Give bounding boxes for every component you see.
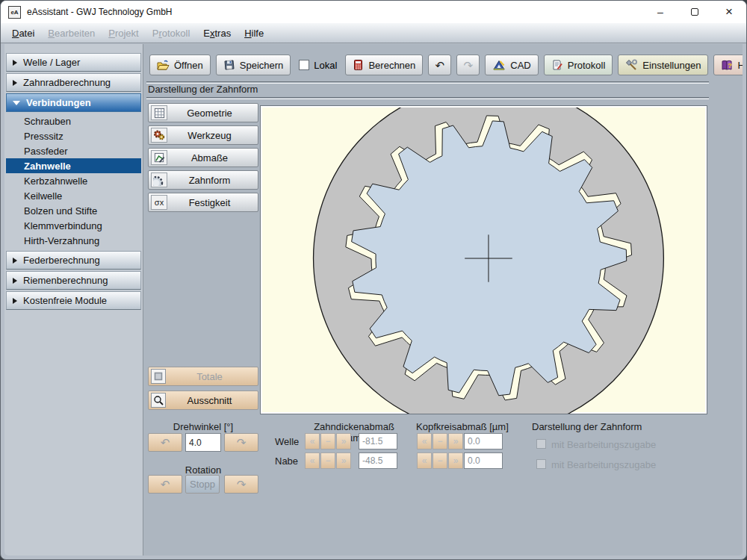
sidebar-item-zahnwelle[interactable]: Zahnwelle	[6, 158, 141, 173]
rotation-label: Rotation	[148, 464, 258, 476]
close-button[interactable]: ×	[712, 1, 746, 23]
machining-allowance-label-1: mit Bearbeitungszugabe	[551, 439, 656, 450]
geometry-button[interactable]: Geometrie	[148, 103, 258, 122]
protocol-document-icon	[551, 59, 563, 71]
title-bar: eA eAssistant - GWJ Technology GmbH – ×	[1, 1, 746, 23]
sidebar-section-zahnradberechnung[interactable]: Zahnradberechnung	[6, 73, 141, 92]
minus-icon: −	[437, 455, 442, 466]
hub-step-reset-button: −	[320, 452, 335, 469]
rotate-cw-button[interactable]: ↷	[224, 433, 258, 452]
menu-protokoll: Protokoll	[146, 23, 197, 43]
local-option: Lokal	[296, 60, 340, 71]
gear-canvas-svg	[262, 108, 707, 414]
local-label: Lokal	[314, 60, 337, 71]
tooth-form-canvas[interactable]	[260, 105, 707, 414]
settings-button[interactable]: Einstellungen	[618, 55, 708, 75]
sidebar-section-federberechnung[interactable]: Federberechnung	[6, 251, 141, 270]
chevron-right-icon: »	[341, 436, 347, 447]
angle-label: Drehwinkel [°]	[148, 421, 258, 432]
maximize-button[interactable]	[678, 1, 712, 23]
minimize-button[interactable]: –	[643, 1, 678, 23]
tip-shaft-step-up-button: »	[448, 433, 463, 449]
main-panel: Öffnen Speichern Lokal Berechnen ↶ ↷	[143, 44, 743, 556]
minus-icon: −	[325, 436, 330, 447]
shaft-allowance-input[interactable]	[359, 433, 397, 449]
calculate-button[interactable]: Berechnen	[345, 55, 423, 75]
collapsed-triangle-icon	[13, 258, 17, 264]
sidebar-item-passfeder[interactable]: Passfeder	[6, 143, 141, 158]
verbindungen-items: Schrauben Presssitz Passfeder Zahnwelle …	[4, 113, 143, 248]
sidebar-item-bolzen-und-stifte[interactable]: Bolzen und Stifte	[6, 203, 141, 218]
tip-shaft-input[interactable]	[464, 433, 503, 449]
window-controls: – ×	[643, 1, 746, 23]
sidebar-section-welle-lager[interactable]: Welle / Lager	[6, 53, 141, 72]
menu-projekt: Projekt	[102, 23, 145, 43]
gear-profile-icon	[151, 172, 167, 187]
rotate-ccw-button[interactable]: ↶	[148, 433, 182, 452]
open-button[interactable]: Öffnen	[149, 55, 211, 75]
divider	[146, 97, 709, 99]
chevron-left-icon: «	[422, 455, 427, 466]
expanded-triangle-icon	[13, 101, 20, 105]
machining-allowance-checkbox-1	[536, 439, 546, 449]
sidebar-item-klemmverbindung[interactable]: Klemmverbindung	[6, 218, 141, 233]
menu-hilfe[interactable]: Hilfe	[238, 23, 270, 43]
spin-ccw-button[interactable]: ↶	[148, 475, 182, 494]
cad-button[interactable]: CAD	[485, 55, 538, 75]
hub-allowance-input[interactable]	[359, 452, 397, 469]
stop-button: Stopp	[185, 475, 220, 494]
tooth-form-button[interactable]: Zahnform	[148, 170, 258, 190]
cad-set-square-icon	[492, 59, 506, 71]
display-options-label: Darstellung der Zahnform	[532, 421, 642, 432]
calculator-icon	[353, 59, 364, 71]
rotate-ccw-icon: ↶	[161, 436, 170, 449]
app-icon: eA	[8, 6, 21, 19]
shaft-row-label: Welle	[275, 436, 299, 447]
chevron-left-icon: «	[422, 436, 427, 447]
chevron-left-icon: «	[310, 436, 315, 447]
sidebar: Welle / Lager Zahnradberechnung Verbindu…	[4, 44, 143, 556]
sidebar-section-riemenberechnung[interactable]: Riemenberechnung	[6, 271, 141, 290]
tip-hub-step-up-button: »	[448, 452, 463, 469]
undo-icon: ↶	[436, 60, 445, 71]
angle-input[interactable]	[185, 433, 221, 452]
sidebar-item-hirth-verzahnung[interactable]: Hirth-Verzahnung	[6, 233, 141, 248]
save-button[interactable]: Speichern	[216, 55, 291, 75]
square-icon	[151, 369, 166, 384]
tip-hub-step-reset-button: −	[433, 452, 447, 469]
help-book-icon: ?	[721, 59, 733, 71]
tip-hub-input[interactable]	[464, 452, 503, 469]
detail-view-button[interactable]: Ausschnitt	[148, 391, 258, 410]
spin-cw-button[interactable]: ↷	[224, 475, 258, 494]
tip-hub-step-down-button: «	[417, 452, 432, 469]
sidebar-section-verbindungen[interactable]: Verbindungen	[6, 93, 141, 112]
collapsed-triangle-icon	[13, 80, 17, 86]
chevron-left-icon: «	[310, 455, 315, 466]
tip-shaft-step-down-button: «	[417, 433, 432, 449]
magnifier-icon	[151, 393, 166, 408]
rotate-cw-icon: ↷	[237, 436, 247, 449]
protocol-button[interactable]: Protokoll	[544, 55, 613, 75]
tool-button[interactable]: Werkzeug	[148, 125, 258, 145]
menu-datei[interactable]: Datei	[5, 23, 41, 43]
local-checkbox[interactable]	[299, 60, 309, 70]
sidebar-item-keilwelle[interactable]: Keilwelle	[6, 188, 141, 203]
app-window: eA eAssistant - GWJ Technology GmbH – × …	[0, 0, 747, 560]
allowances-button[interactable]: Abmaße	[148, 148, 258, 167]
sidebar-section-kostenfreie-module[interactable]: Kostenfreie Module	[6, 291, 141, 310]
shaft-step-down-button: «	[305, 433, 320, 449]
strength-button[interactable]: σx Festigkeit	[148, 193, 258, 212]
menu-extras[interactable]: Extras	[196, 23, 238, 43]
maximize-icon	[691, 8, 698, 16]
sidebar-item-kerbzahnwelle[interactable]: Kerbzahnwelle	[6, 173, 141, 188]
hub-step-down-button: «	[305, 452, 320, 469]
sidebar-item-presssitz[interactable]: Presssitz	[6, 128, 141, 143]
chevron-right-icon: »	[453, 455, 459, 466]
tools-hammer-icon	[625, 59, 638, 71]
hub-step-up-button: »	[336, 452, 351, 469]
undo-button[interactable]: ↶	[428, 55, 451, 75]
minus-icon: −	[325, 455, 330, 466]
sidebar-item-schrauben[interactable]: Schrauben	[6, 113, 141, 128]
help-button[interactable]: ? Hilfe	[713, 55, 743, 75]
sigma-icon: σx	[151, 195, 167, 210]
